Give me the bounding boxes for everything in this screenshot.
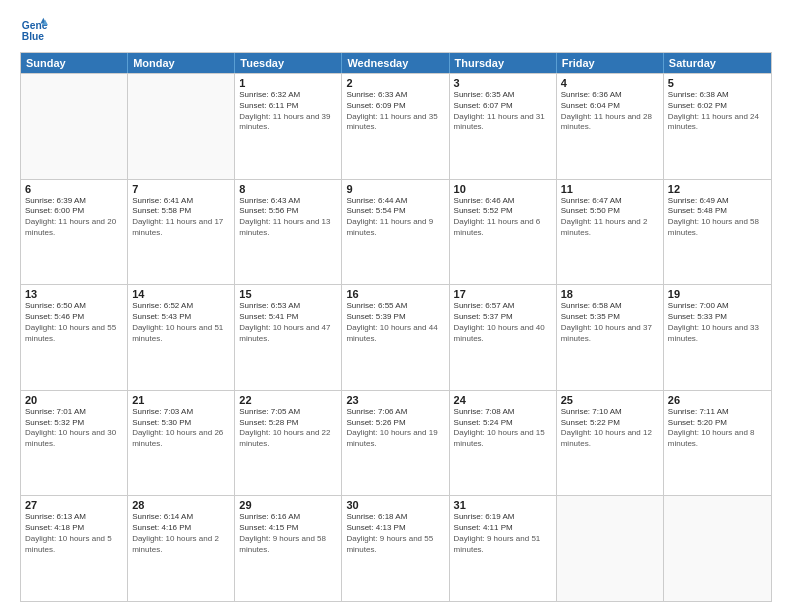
sunrise-text: Sunrise: 6:58 AM	[561, 301, 659, 312]
calendar: SundayMondayTuesdayWednesdayThursdayFrid…	[20, 52, 772, 602]
calendar-cell: 10Sunrise: 6:46 AMSunset: 5:52 PMDayligh…	[450, 180, 557, 285]
day-number: 19	[668, 288, 767, 300]
logo-icon: General Blue	[20, 16, 48, 44]
day-number: 16	[346, 288, 444, 300]
calendar-cell: 15Sunrise: 6:53 AMSunset: 5:41 PMDayligh…	[235, 285, 342, 390]
daylight-text: Daylight: 10 hours and 47 minutes.	[239, 323, 337, 345]
daylight-text: Daylight: 10 hours and 40 minutes.	[454, 323, 552, 345]
sunset-text: Sunset: 6:07 PM	[454, 101, 552, 112]
daylight-text: Daylight: 10 hours and 12 minutes.	[561, 428, 659, 450]
sunrise-text: Sunrise: 7:05 AM	[239, 407, 337, 418]
daylight-text: Daylight: 10 hours and 8 minutes.	[668, 428, 767, 450]
sunrise-text: Sunrise: 6:50 AM	[25, 301, 123, 312]
daylight-text: Daylight: 10 hours and 44 minutes.	[346, 323, 444, 345]
sunrise-text: Sunrise: 6:13 AM	[25, 512, 123, 523]
sunset-text: Sunset: 5:28 PM	[239, 418, 337, 429]
calendar-cell: 1Sunrise: 6:32 AMSunset: 6:11 PMDaylight…	[235, 74, 342, 179]
day-number: 21	[132, 394, 230, 406]
day-number: 1	[239, 77, 337, 89]
sunrise-text: Sunrise: 7:00 AM	[668, 301, 767, 312]
daylight-text: Daylight: 10 hours and 15 minutes.	[454, 428, 552, 450]
daylight-text: Daylight: 11 hours and 17 minutes.	[132, 217, 230, 239]
sunset-text: Sunset: 5:24 PM	[454, 418, 552, 429]
sunrise-text: Sunrise: 7:01 AM	[25, 407, 123, 418]
calendar-row: 1Sunrise: 6:32 AMSunset: 6:11 PMDaylight…	[21, 73, 771, 179]
sunset-text: Sunset: 5:54 PM	[346, 206, 444, 217]
day-number: 24	[454, 394, 552, 406]
sunrise-text: Sunrise: 6:57 AM	[454, 301, 552, 312]
daylight-text: Daylight: 10 hours and 51 minutes.	[132, 323, 230, 345]
sunrise-text: Sunrise: 7:08 AM	[454, 407, 552, 418]
calendar-cell: 9Sunrise: 6:44 AMSunset: 5:54 PMDaylight…	[342, 180, 449, 285]
daylight-text: Daylight: 11 hours and 39 minutes.	[239, 112, 337, 134]
calendar-cell: 6Sunrise: 6:39 AMSunset: 6:00 PMDaylight…	[21, 180, 128, 285]
sunset-text: Sunset: 5:50 PM	[561, 206, 659, 217]
sunset-text: Sunset: 5:46 PM	[25, 312, 123, 323]
calendar-cell: 28Sunrise: 6:14 AMSunset: 4:16 PMDayligh…	[128, 496, 235, 601]
sunset-text: Sunset: 6:00 PM	[25, 206, 123, 217]
sunset-text: Sunset: 5:39 PM	[346, 312, 444, 323]
daylight-text: Daylight: 10 hours and 55 minutes.	[25, 323, 123, 345]
day-number: 3	[454, 77, 552, 89]
sunrise-text: Sunrise: 6:16 AM	[239, 512, 337, 523]
calendar-cell: 12Sunrise: 6:49 AMSunset: 5:48 PMDayligh…	[664, 180, 771, 285]
logo: General Blue	[20, 16, 52, 44]
day-number: 5	[668, 77, 767, 89]
calendar-cell: 31Sunrise: 6:19 AMSunset: 4:11 PMDayligh…	[450, 496, 557, 601]
sunset-text: Sunset: 5:48 PM	[668, 206, 767, 217]
calendar-row: 20Sunrise: 7:01 AMSunset: 5:32 PMDayligh…	[21, 390, 771, 496]
calendar-cell: 24Sunrise: 7:08 AMSunset: 5:24 PMDayligh…	[450, 391, 557, 496]
daylight-text: Daylight: 11 hours and 31 minutes.	[454, 112, 552, 134]
sunset-text: Sunset: 5:37 PM	[454, 312, 552, 323]
calendar-row: 6Sunrise: 6:39 AMSunset: 6:00 PMDaylight…	[21, 179, 771, 285]
daylight-text: Daylight: 10 hours and 22 minutes.	[239, 428, 337, 450]
sunrise-text: Sunrise: 7:11 AM	[668, 407, 767, 418]
sunrise-text: Sunrise: 6:32 AM	[239, 90, 337, 101]
daylight-text: Daylight: 11 hours and 35 minutes.	[346, 112, 444, 134]
sunrise-text: Sunrise: 6:35 AM	[454, 90, 552, 101]
daylight-text: Daylight: 10 hours and 19 minutes.	[346, 428, 444, 450]
day-number: 9	[346, 183, 444, 195]
weekday-header: Friday	[557, 53, 664, 73]
sunrise-text: Sunrise: 7:10 AM	[561, 407, 659, 418]
day-number: 23	[346, 394, 444, 406]
sunset-text: Sunset: 5:32 PM	[25, 418, 123, 429]
sunset-text: Sunset: 5:56 PM	[239, 206, 337, 217]
sunset-text: Sunset: 6:04 PM	[561, 101, 659, 112]
daylight-text: Daylight: 10 hours and 33 minutes.	[668, 323, 767, 345]
daylight-text: Daylight: 9 hours and 51 minutes.	[454, 534, 552, 556]
daylight-text: Daylight: 10 hours and 37 minutes.	[561, 323, 659, 345]
daylight-text: Daylight: 11 hours and 24 minutes.	[668, 112, 767, 134]
sunset-text: Sunset: 6:09 PM	[346, 101, 444, 112]
calendar-row: 27Sunrise: 6:13 AMSunset: 4:18 PMDayligh…	[21, 495, 771, 601]
day-number: 4	[561, 77, 659, 89]
weekday-header: Monday	[128, 53, 235, 73]
calendar-cell	[128, 74, 235, 179]
calendar-body: 1Sunrise: 6:32 AMSunset: 6:11 PMDaylight…	[21, 73, 771, 601]
sunset-text: Sunset: 6:02 PM	[668, 101, 767, 112]
calendar-row: 13Sunrise: 6:50 AMSunset: 5:46 PMDayligh…	[21, 284, 771, 390]
sunrise-text: Sunrise: 6:46 AM	[454, 196, 552, 207]
sunset-text: Sunset: 5:41 PM	[239, 312, 337, 323]
daylight-text: Daylight: 11 hours and 20 minutes.	[25, 217, 123, 239]
daylight-text: Daylight: 9 hours and 58 minutes.	[239, 534, 337, 556]
sunrise-text: Sunrise: 6:41 AM	[132, 196, 230, 207]
sunrise-text: Sunrise: 6:49 AM	[668, 196, 767, 207]
sunset-text: Sunset: 5:33 PM	[668, 312, 767, 323]
sunrise-text: Sunrise: 6:18 AM	[346, 512, 444, 523]
daylight-text: Daylight: 11 hours and 6 minutes.	[454, 217, 552, 239]
sunset-text: Sunset: 5:30 PM	[132, 418, 230, 429]
calendar-cell: 23Sunrise: 7:06 AMSunset: 5:26 PMDayligh…	[342, 391, 449, 496]
page: General Blue SundayMondayTuesdayWednesda…	[0, 0, 792, 612]
calendar-cell: 13Sunrise: 6:50 AMSunset: 5:46 PMDayligh…	[21, 285, 128, 390]
calendar-cell: 18Sunrise: 6:58 AMSunset: 5:35 PMDayligh…	[557, 285, 664, 390]
sunrise-text: Sunrise: 6:43 AM	[239, 196, 337, 207]
day-number: 10	[454, 183, 552, 195]
day-number: 13	[25, 288, 123, 300]
weekday-header: Tuesday	[235, 53, 342, 73]
sunrise-text: Sunrise: 6:53 AM	[239, 301, 337, 312]
day-number: 17	[454, 288, 552, 300]
day-number: 18	[561, 288, 659, 300]
sunrise-text: Sunrise: 6:33 AM	[346, 90, 444, 101]
day-number: 29	[239, 499, 337, 511]
